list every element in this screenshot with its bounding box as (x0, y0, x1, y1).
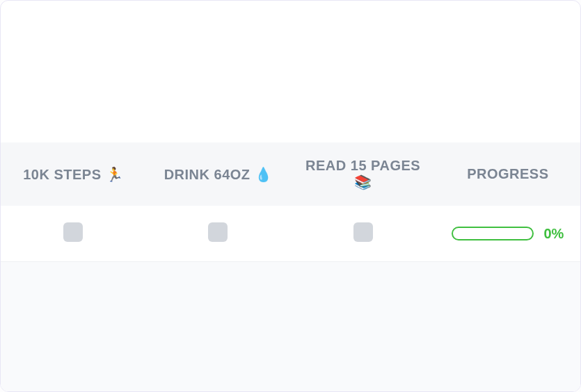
water-checkbox[interactable] (208, 222, 228, 242)
habit-table-header: 10K STEPS 🏃 DRINK 64OZ 💧 READ 15 PAGES 📚… (1, 142, 580, 206)
top-spacer (1, 1, 580, 142)
table-row: 0% (1, 206, 580, 262)
progress-bar (452, 227, 534, 240)
progress-cell: 0% (443, 226, 573, 242)
steps-checkbox[interactable] (63, 222, 83, 242)
progress-percent: 0% (543, 226, 564, 242)
header-water: DRINK 64OZ 💧 (145, 142, 290, 206)
read-checkbox[interactable] (353, 222, 373, 242)
header-progress: PROGRESS (436, 142, 580, 206)
table-row-empty (1, 262, 580, 393)
habit-table: 10K STEPS 🏃 DRINK 64OZ 💧 READ 15 PAGES 📚… (1, 142, 580, 392)
header-steps: 10K STEPS 🏃 (1, 142, 145, 206)
header-read: READ 15 PAGES 📚 (291, 142, 436, 206)
habit-tracker-card: 10K STEPS 🏃 DRINK 64OZ 💧 READ 15 PAGES 📚… (0, 0, 581, 392)
habit-table-wrap: 10K STEPS 🏃 DRINK 64OZ 💧 READ 15 PAGES 📚… (1, 142, 580, 392)
